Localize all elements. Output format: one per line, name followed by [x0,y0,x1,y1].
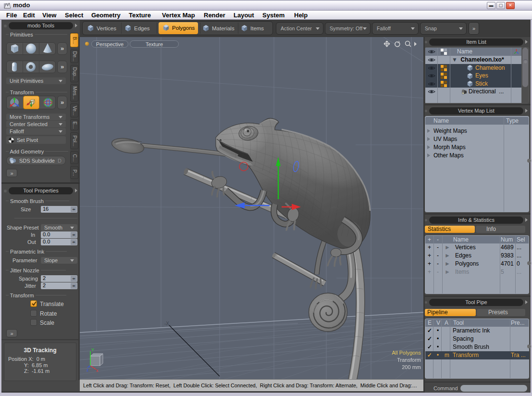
svg-text:x: x [96,368,99,372]
svg-text:z: z [87,368,89,372]
svg-text:Y: Y [91,347,94,352]
svg-text:-X: -X [164,321,169,326]
